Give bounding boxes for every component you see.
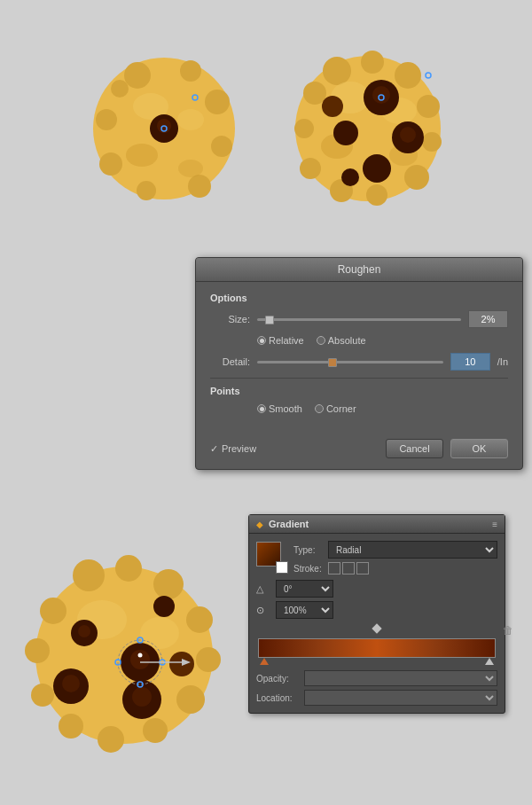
- stroke-box-3[interactable]: [356, 562, 369, 574]
- svg-point-4: [211, 136, 232, 157]
- location-label: Location:: [256, 693, 301, 703]
- svg-point-13: [178, 160, 203, 177]
- corner-radio-circle[interactable]: [315, 404, 324, 413]
- svg-point-51: [143, 718, 168, 743]
- size-slider[interactable]: [257, 318, 461, 321]
- svg-point-8: [96, 109, 117, 130]
- gradient-stop-left[interactable]: [260, 658, 269, 665]
- detail-unit: /In: [497, 356, 508, 367]
- gradient-stops: [258, 658, 496, 665]
- svg-point-68: [130, 650, 150, 669]
- svg-point-48: [186, 606, 213, 633]
- options-section-label: Options: [210, 293, 508, 303]
- opacity-row: Opacity:: [256, 670, 497, 686]
- detail-thumb[interactable]: [328, 358, 337, 367]
- svg-point-56: [40, 598, 66, 624]
- gradient-bar[interactable]: [258, 638, 496, 658]
- size-radio-group: Relative Absolute: [257, 335, 508, 346]
- svg-point-49: [196, 647, 221, 672]
- svg-point-50: [176, 685, 205, 714]
- roughen-dialog: Roughen Options Size: Relative Absolute: [195, 257, 523, 470]
- svg-point-12: [126, 144, 158, 167]
- svg-point-76: [138, 653, 143, 658]
- relative-radio[interactable]: Relative: [257, 335, 304, 346]
- scale-row: ⊙ 100%: [256, 601, 497, 619]
- preview-checkmark: ✓: [210, 443, 218, 455]
- ok-button[interactable]: OK: [450, 439, 508, 458]
- stroke-box-1[interactable]: [328, 562, 340, 574]
- size-input[interactable]: [468, 310, 508, 328]
- detail-input[interactable]: [450, 353, 490, 371]
- svg-point-64: [132, 687, 152, 707]
- svg-point-41: [341, 168, 359, 186]
- svg-point-55: [25, 638, 50, 663]
- angle-row: △ 0°: [256, 580, 497, 598]
- svg-point-5: [188, 175, 211, 198]
- cookie-left: [75, 40, 253, 217]
- panel-title: Gradient: [269, 519, 487, 529]
- svg-point-40: [322, 96, 343, 117]
- delete-stop-icon[interactable]: 🗑: [503, 624, 513, 637]
- svg-point-45: [73, 559, 105, 591]
- stroke-box-2[interactable]: [342, 562, 355, 574]
- gradient-stop-right[interactable]: [485, 658, 494, 665]
- stroke-indicators: [328, 562, 369, 574]
- detail-slider[interactable]: [257, 361, 443, 363]
- svg-point-25: [366, 184, 387, 206]
- svg-point-27: [300, 158, 321, 179]
- divider: [210, 378, 508, 379]
- location-select[interactable]: [304, 690, 497, 706]
- svg-point-29: [303, 82, 326, 105]
- gradient-bar-container: 🗑: [258, 624, 496, 665]
- svg-point-20: [361, 51, 384, 74]
- smooth-radio[interactable]: Smooth: [257, 403, 302, 414]
- svg-point-7: [99, 152, 122, 176]
- preview-label: Preview: [222, 443, 256, 454]
- stroke-label: Stroke:: [293, 564, 325, 574]
- svg-point-21: [395, 62, 421, 89]
- svg-point-53: [59, 714, 83, 739]
- svg-point-47: [153, 569, 184, 599]
- angle-select[interactable]: 0°: [276, 580, 333, 598]
- svg-point-6: [137, 181, 156, 200]
- cancel-button[interactable]: Cancel: [386, 439, 443, 458]
- angle-icon: △: [256, 583, 272, 595]
- svg-point-22: [417, 95, 440, 118]
- absolute-radio-circle[interactable]: [317, 336, 325, 345]
- smooth-radio-circle[interactable]: [257, 404, 266, 413]
- points-section-label: Points: [210, 386, 508, 396]
- dialog-title: Roughen: [338, 263, 381, 276]
- preview-check[interactable]: ✓ Preview: [210, 443, 379, 455]
- svg-point-2: [180, 60, 201, 82]
- svg-point-3: [205, 90, 230, 114]
- scale-icon: ⊙: [256, 605, 272, 616]
- scale-select[interactable]: 100%: [276, 601, 333, 619]
- svg-point-11: [177, 109, 204, 130]
- svg-point-46: [115, 555, 142, 582]
- dialog-titlebar: Roughen: [196, 258, 522, 282]
- corner-radio[interactable]: Corner: [315, 403, 356, 414]
- svg-point-54: [31, 684, 54, 707]
- svg-point-52: [98, 726, 124, 753]
- panel-titlebar: ◆ Gradient ≡: [249, 515, 505, 534]
- svg-point-43: [426, 73, 431, 78]
- cookie-bottom: [18, 549, 231, 762]
- svg-point-9: [111, 80, 129, 98]
- cookie-right: [279, 40, 457, 217]
- panel-menu-icon[interactable]: ≡: [492, 520, 497, 529]
- size-label: Size:: [210, 314, 250, 324]
- gradient-midpoint-handle[interactable]: [372, 623, 381, 633]
- svg-point-60: [78, 625, 90, 637]
- absolute-radio[interactable]: Absolute: [317, 335, 366, 346]
- stroke-preview: [276, 561, 288, 574]
- detail-label: Detail:: [210, 356, 250, 367]
- size-thumb[interactable]: [265, 316, 274, 324]
- dialog-footer: ✓ Preview Cancel OK: [196, 432, 522, 469]
- svg-point-39: [363, 154, 391, 183]
- relative-radio-circle[interactable]: [257, 336, 266, 345]
- svg-point-38: [400, 127, 416, 143]
- svg-point-28: [294, 119, 314, 138]
- type-select[interactable]: Radial Linear: [328, 541, 497, 559]
- gradient-diamond-icon: ◆: [256, 520, 263, 529]
- opacity-select[interactable]: [304, 670, 497, 686]
